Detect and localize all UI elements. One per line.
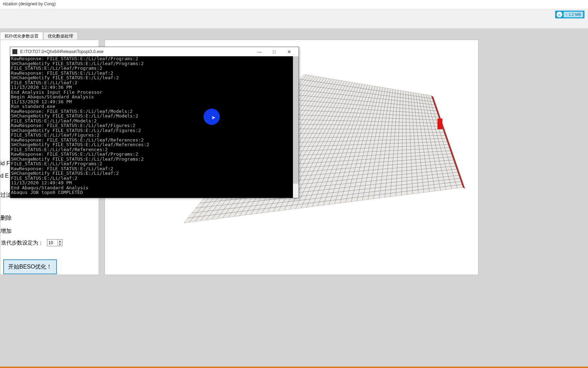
tab-opt-params[interactable]: 拓扑优化参数设置 bbox=[0, 32, 43, 40]
console-body[interactable]: RawResponse: FILE_STATUS:E:/Li/leaf/Prog… bbox=[10, 56, 299, 198]
label-add: 增加 bbox=[0, 228, 12, 235]
console-controls: — □ ✕ bbox=[252, 47, 296, 56]
spin-up-icon[interactable]: ▲ bbox=[58, 240, 62, 243]
label-field-de: d E bbox=[0, 173, 9, 179]
console-scrollbar-thumb[interactable] bbox=[293, 56, 299, 184]
tabstrip: 拓扑优化参数设置 优化数据处理 bbox=[0, 32, 78, 40]
label-field-id: id F bbox=[0, 160, 10, 167]
svg-rect-0 bbox=[437, 119, 442, 129]
iteration-input[interactable] bbox=[47, 240, 57, 245]
toolbar-bg bbox=[0, 9, 588, 28]
upload-size: ↑ 1.2 MB bbox=[564, 12, 583, 17]
cloud-sync-icon: ∞ bbox=[557, 12, 562, 17]
cursor-arrow-icon: ➤ bbox=[211, 115, 216, 120]
taskbar-strip bbox=[0, 367, 588, 368]
main-window-title: nization (designed by Cong) bbox=[3, 1, 55, 6]
exe-icon bbox=[12, 49, 17, 54]
spin-arrows: ▲ ▼ bbox=[57, 240, 62, 246]
main-window-titlebar: nization (designed by Cong) bbox=[0, 0, 588, 9]
tab-data-process[interactable]: 优化数据处理 bbox=[43, 32, 78, 40]
console-scrollbar-track[interactable] bbox=[293, 56, 299, 198]
console-titlebar[interactable]: E:\TO\TO7.0+Qt\x64\Release\Topopt3.0.exe… bbox=[10, 47, 299, 56]
upload-badge[interactable]: ∞ ↑ 1.2 MB bbox=[555, 11, 584, 18]
close-button[interactable]: ✕ bbox=[282, 47, 296, 56]
console-output: RawResponse: FILE_STATUS:E:/Li/leaf/Prog… bbox=[10, 56, 299, 195]
maximize-button[interactable]: □ bbox=[267, 47, 282, 56]
console-path: E:\TO\TO7.0+Qt\x64\Release\Topopt3.0.exe bbox=[20, 49, 104, 54]
iteration-row: 迭代步数设定为： ▲ ▼ bbox=[1, 239, 63, 246]
label-delete: 删除 bbox=[0, 214, 12, 222]
minimize-button[interactable]: — bbox=[252, 47, 267, 56]
iteration-label: 迭代步数设定为： bbox=[1, 240, 43, 246]
start-beso-button[interactable]: 开始BESO优化！ bbox=[3, 259, 57, 274]
iteration-spinbox[interactable]: ▲ ▼ bbox=[47, 239, 63, 246]
console-window[interactable]: E:\TO\TO7.0+Qt\x64\Release\Topopt3.0.exe… bbox=[10, 47, 299, 198]
spin-down-icon[interactable]: ▼ bbox=[58, 243, 62, 246]
